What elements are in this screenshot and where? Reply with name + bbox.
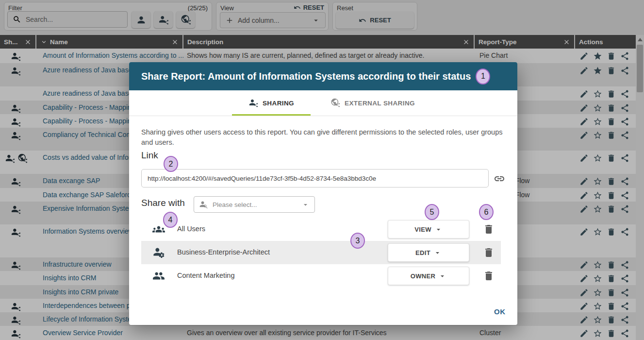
annotation-badge-2: 2	[164, 156, 178, 172]
link-icon[interactable]	[494, 173, 505, 185]
share-entry-name: All Users	[177, 225, 205, 233]
ok-button[interactable]: OK	[494, 307, 506, 316]
annotation-badge-1: 1	[476, 68, 490, 85]
remove-share-icon[interactable]	[483, 270, 495, 282]
share-entry: Business-Enterprise-ArchitectEDIT	[141, 241, 501, 264]
permission-label: EDIT	[415, 249, 430, 256]
link-heading: Link	[141, 150, 158, 161]
person-search-icon	[199, 200, 208, 209]
annotation-badge-5: 5	[425, 204, 439, 220]
permission-dropdown[interactable]: EDIT	[388, 243, 469, 262]
share-entries-list: All UsersVIEWBusiness-Enterprise-Archite…	[141, 218, 501, 288]
person-gear-icon	[152, 246, 165, 259]
dialog-description: Sharing gives other users access to this…	[141, 127, 505, 148]
share-entry: All UsersVIEW	[141, 218, 501, 241]
remove-share-icon[interactable]	[483, 223, 495, 235]
share-link-input[interactable]: http://localhost:4200/#/savedQueries/11d…	[141, 169, 489, 187]
app-screen: Filter (25/25) Search... View RESET Add …	[0, 0, 644, 340]
permission-dropdown[interactable]: OWNER	[388, 267, 469, 285]
dialog-header: Share Report: Amount of Information Syst…	[129, 62, 517, 90]
dialog-tabbar: SHARING EXTERNAL SHARING	[129, 90, 517, 116]
share-with-select[interactable]: Please select...	[194, 196, 315, 213]
chevron-down-icon	[434, 225, 443, 234]
annotation-badge-6: 6	[479, 204, 494, 220]
globe-share-icon	[330, 98, 340, 108]
person-share-icon	[248, 98, 258, 108]
permission-label: OWNER	[411, 272, 435, 280]
tab-sharing[interactable]: SHARING	[232, 90, 311, 116]
remove-share-icon[interactable]	[483, 247, 495, 258]
share-entry-name: Content Marketing	[177, 272, 234, 279]
permission-dropdown[interactable]: VIEW	[388, 220, 469, 238]
annotation-badge-4: 4	[163, 212, 178, 228]
permission-label: VIEW	[414, 226, 431, 233]
dialog-title: Share Report: Amount of Information Syst…	[141, 71, 471, 82]
chevron-down-icon	[438, 272, 446, 280]
annotation-badge-3: 3	[350, 233, 365, 249]
people-icon	[152, 270, 165, 282]
share-report-dialog: Share Report: Amount of Information Syst…	[129, 62, 517, 325]
share-select-placeholder: Please select...	[213, 201, 297, 208]
chevron-down-icon	[301, 201, 310, 209]
chevron-down-icon	[433, 249, 442, 257]
active-tab-underline	[232, 114, 311, 116]
tab-external-sharing[interactable]: EXTERNAL SHARING	[319, 90, 426, 116]
share-with-heading: Share with	[141, 198, 185, 208]
groups-icon	[152, 223, 165, 236]
share-entry: Content MarketingOWNER	[141, 264, 501, 288]
share-entry-name: Business-Enterprise-Architect	[177, 248, 270, 256]
